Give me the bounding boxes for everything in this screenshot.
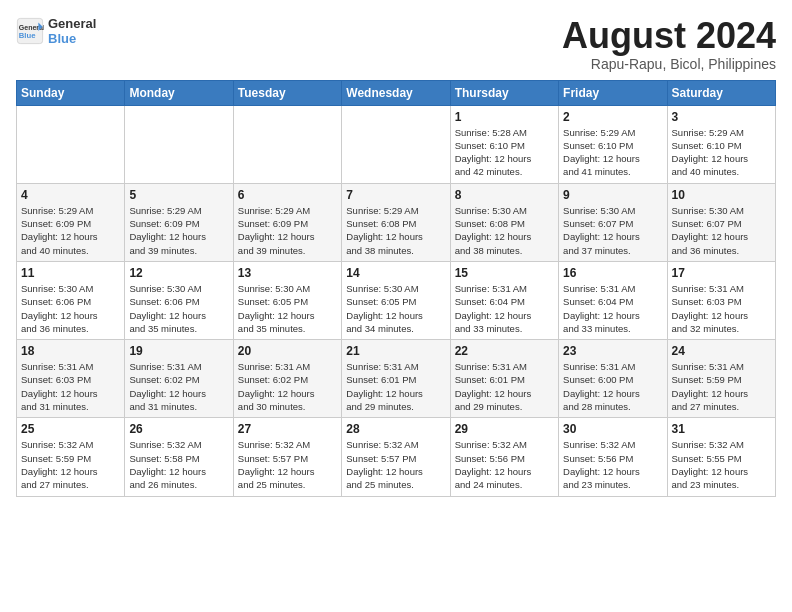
calendar-day-cell — [125, 105, 233, 183]
day-number: 11 — [21, 266, 120, 280]
day-number: 3 — [672, 110, 771, 124]
calendar-day-cell: 31Sunrise: 5:32 AMSunset: 5:55 PMDayligh… — [667, 418, 775, 496]
day-info: Sunrise: 5:31 AMSunset: 5:59 PMDaylight:… — [672, 360, 771, 413]
calendar-day-cell: 14Sunrise: 5:30 AMSunset: 6:05 PMDayligh… — [342, 261, 450, 339]
day-number: 26 — [129, 422, 228, 436]
calendar-day-cell: 19Sunrise: 5:31 AMSunset: 6:02 PMDayligh… — [125, 340, 233, 418]
day-number: 13 — [238, 266, 337, 280]
calendar-day-cell: 2Sunrise: 5:29 AMSunset: 6:10 PMDaylight… — [559, 105, 667, 183]
calendar-week-row: 25Sunrise: 5:32 AMSunset: 5:59 PMDayligh… — [17, 418, 776, 496]
calendar-day-cell: 25Sunrise: 5:32 AMSunset: 5:59 PMDayligh… — [17, 418, 125, 496]
day-info: Sunrise: 5:31 AMSunset: 6:00 PMDaylight:… — [563, 360, 662, 413]
day-info: Sunrise: 5:32 AMSunset: 5:56 PMDaylight:… — [563, 438, 662, 491]
day-number: 8 — [455, 188, 554, 202]
day-number: 24 — [672, 344, 771, 358]
day-info: Sunrise: 5:30 AMSunset: 6:07 PMDaylight:… — [672, 204, 771, 257]
day-info: Sunrise: 5:28 AMSunset: 6:10 PMDaylight:… — [455, 126, 554, 179]
day-number: 14 — [346, 266, 445, 280]
day-info: Sunrise: 5:31 AMSunset: 6:01 PMDaylight:… — [346, 360, 445, 413]
calendar-day-cell: 1Sunrise: 5:28 AMSunset: 6:10 PMDaylight… — [450, 105, 558, 183]
day-info: Sunrise: 5:32 AMSunset: 5:57 PMDaylight:… — [346, 438, 445, 491]
calendar-day-cell: 6Sunrise: 5:29 AMSunset: 6:09 PMDaylight… — [233, 183, 341, 261]
day-info: Sunrise: 5:29 AMSunset: 6:09 PMDaylight:… — [21, 204, 120, 257]
day-number: 10 — [672, 188, 771, 202]
calendar-day-cell: 15Sunrise: 5:31 AMSunset: 6:04 PMDayligh… — [450, 261, 558, 339]
logo: General Blue General Blue — [16, 16, 96, 46]
weekday-header-row: SundayMondayTuesdayWednesdayThursdayFrid… — [17, 80, 776, 105]
day-info: Sunrise: 5:31 AMSunset: 6:03 PMDaylight:… — [21, 360, 120, 413]
day-number: 29 — [455, 422, 554, 436]
calendar-table: SundayMondayTuesdayWednesdayThursdayFrid… — [16, 80, 776, 497]
calendar-day-cell: 10Sunrise: 5:30 AMSunset: 6:07 PMDayligh… — [667, 183, 775, 261]
day-number: 5 — [129, 188, 228, 202]
calendar-day-cell: 29Sunrise: 5:32 AMSunset: 5:56 PMDayligh… — [450, 418, 558, 496]
calendar-header: General Blue General Blue August 2024 Ra… — [16, 16, 776, 72]
calendar-day-cell: 21Sunrise: 5:31 AMSunset: 6:01 PMDayligh… — [342, 340, 450, 418]
weekday-header: Monday — [125, 80, 233, 105]
day-info: Sunrise: 5:30 AMSunset: 6:06 PMDaylight:… — [129, 282, 228, 335]
logo-blue-text: Blue — [48, 31, 96, 46]
day-info: Sunrise: 5:31 AMSunset: 6:02 PMDaylight:… — [129, 360, 228, 413]
calendar-day-cell: 22Sunrise: 5:31 AMSunset: 6:01 PMDayligh… — [450, 340, 558, 418]
calendar-week-row: 11Sunrise: 5:30 AMSunset: 6:06 PMDayligh… — [17, 261, 776, 339]
calendar-day-cell: 30Sunrise: 5:32 AMSunset: 5:56 PMDayligh… — [559, 418, 667, 496]
day-info: Sunrise: 5:32 AMSunset: 5:56 PMDaylight:… — [455, 438, 554, 491]
calendar-subtitle: Rapu-Rapu, Bicol, Philippines — [562, 56, 776, 72]
day-info: Sunrise: 5:32 AMSunset: 5:55 PMDaylight:… — [672, 438, 771, 491]
day-info: Sunrise: 5:29 AMSunset: 6:08 PMDaylight:… — [346, 204, 445, 257]
calendar-week-row: 1Sunrise: 5:28 AMSunset: 6:10 PMDaylight… — [17, 105, 776, 183]
day-info: Sunrise: 5:32 AMSunset: 5:58 PMDaylight:… — [129, 438, 228, 491]
calendar-day-cell: 4Sunrise: 5:29 AMSunset: 6:09 PMDaylight… — [17, 183, 125, 261]
calendar-day-cell: 5Sunrise: 5:29 AMSunset: 6:09 PMDaylight… — [125, 183, 233, 261]
day-info: Sunrise: 5:31 AMSunset: 6:03 PMDaylight:… — [672, 282, 771, 335]
calendar-day-cell: 26Sunrise: 5:32 AMSunset: 5:58 PMDayligh… — [125, 418, 233, 496]
day-number: 9 — [563, 188, 662, 202]
day-info: Sunrise: 5:31 AMSunset: 6:02 PMDaylight:… — [238, 360, 337, 413]
day-info: Sunrise: 5:32 AMSunset: 5:59 PMDaylight:… — [21, 438, 120, 491]
day-number: 28 — [346, 422, 445, 436]
day-info: Sunrise: 5:29 AMSunset: 6:10 PMDaylight:… — [672, 126, 771, 179]
calendar-day-cell: 20Sunrise: 5:31 AMSunset: 6:02 PMDayligh… — [233, 340, 341, 418]
day-number: 22 — [455, 344, 554, 358]
calendar-day-cell — [233, 105, 341, 183]
day-info: Sunrise: 5:29 AMSunset: 6:09 PMDaylight:… — [129, 204, 228, 257]
day-number: 12 — [129, 266, 228, 280]
calendar-day-cell: 7Sunrise: 5:29 AMSunset: 6:08 PMDaylight… — [342, 183, 450, 261]
calendar-day-cell: 24Sunrise: 5:31 AMSunset: 5:59 PMDayligh… — [667, 340, 775, 418]
calendar-day-cell: 28Sunrise: 5:32 AMSunset: 5:57 PMDayligh… — [342, 418, 450, 496]
logo-general-text: General — [48, 16, 96, 31]
calendar-day-cell: 16Sunrise: 5:31 AMSunset: 6:04 PMDayligh… — [559, 261, 667, 339]
day-number: 6 — [238, 188, 337, 202]
weekday-header: Sunday — [17, 80, 125, 105]
calendar-day-cell — [17, 105, 125, 183]
day-number: 19 — [129, 344, 228, 358]
day-info: Sunrise: 5:31 AMSunset: 6:01 PMDaylight:… — [455, 360, 554, 413]
day-number: 16 — [563, 266, 662, 280]
day-number: 1 — [455, 110, 554, 124]
title-area: August 2024 Rapu-Rapu, Bicol, Philippine… — [562, 16, 776, 72]
calendar-day-cell — [342, 105, 450, 183]
day-number: 30 — [563, 422, 662, 436]
weekday-header: Friday — [559, 80, 667, 105]
calendar-day-cell: 12Sunrise: 5:30 AMSunset: 6:06 PMDayligh… — [125, 261, 233, 339]
calendar-day-cell: 23Sunrise: 5:31 AMSunset: 6:00 PMDayligh… — [559, 340, 667, 418]
weekday-header: Tuesday — [233, 80, 341, 105]
svg-text:Blue: Blue — [19, 31, 36, 40]
calendar-day-cell: 17Sunrise: 5:31 AMSunset: 6:03 PMDayligh… — [667, 261, 775, 339]
weekday-header: Thursday — [450, 80, 558, 105]
calendar-day-cell: 9Sunrise: 5:30 AMSunset: 6:07 PMDaylight… — [559, 183, 667, 261]
day-number: 23 — [563, 344, 662, 358]
weekday-header: Wednesday — [342, 80, 450, 105]
day-number: 17 — [672, 266, 771, 280]
day-info: Sunrise: 5:30 AMSunset: 6:07 PMDaylight:… — [563, 204, 662, 257]
day-info: Sunrise: 5:30 AMSunset: 6:08 PMDaylight:… — [455, 204, 554, 257]
day-info: Sunrise: 5:30 AMSunset: 6:05 PMDaylight:… — [346, 282, 445, 335]
day-number: 31 — [672, 422, 771, 436]
day-number: 2 — [563, 110, 662, 124]
calendar-day-cell: 11Sunrise: 5:30 AMSunset: 6:06 PMDayligh… — [17, 261, 125, 339]
calendar-day-cell: 13Sunrise: 5:30 AMSunset: 6:05 PMDayligh… — [233, 261, 341, 339]
calendar-title: August 2024 — [562, 16, 776, 56]
day-number: 15 — [455, 266, 554, 280]
calendar-week-row: 4Sunrise: 5:29 AMSunset: 6:09 PMDaylight… — [17, 183, 776, 261]
day-info: Sunrise: 5:31 AMSunset: 6:04 PMDaylight:… — [563, 282, 662, 335]
